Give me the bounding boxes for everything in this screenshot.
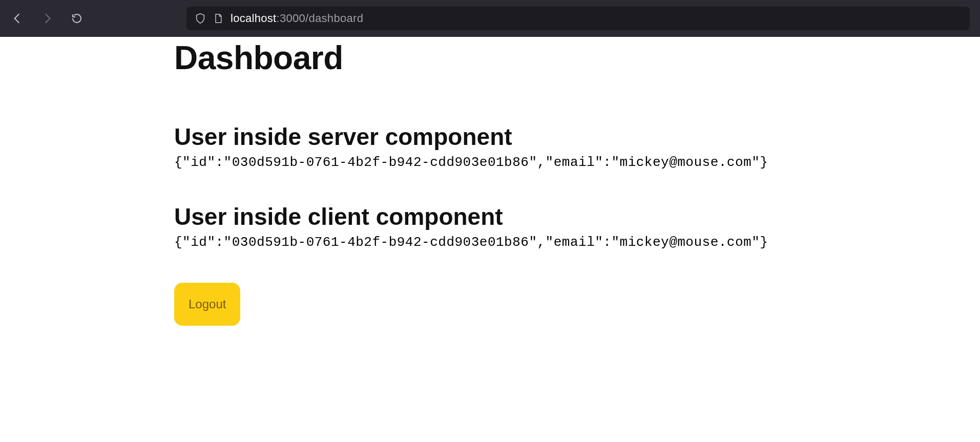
address-bar[interactable]: localhost:3000/dashboard xyxy=(186,7,970,30)
back-button[interactable] xyxy=(10,11,25,26)
server-component-heading: User inside server component xyxy=(174,123,806,151)
client-component-heading: User inside client component xyxy=(174,203,806,230)
page-icon xyxy=(213,13,223,24)
page-content: Dashboard User inside server component {… xyxy=(0,39,980,326)
nav-button-group xyxy=(10,11,84,26)
browser-toolbar: localhost:3000/dashboard xyxy=(0,0,980,37)
reload-button[interactable] xyxy=(70,11,84,26)
shield-icon xyxy=(195,13,206,24)
url-text: localhost:3000/dashboard xyxy=(231,12,363,25)
url-host: localhost xyxy=(231,12,277,25)
client-component-json: {"id":"030d591b-0761-4b2f-b942-cdd903e01… xyxy=(174,235,806,250)
page-title: Dashboard xyxy=(174,39,806,77)
url-path: :3000/dashboard xyxy=(277,12,364,25)
server-component-json: {"id":"030d591b-0761-4b2f-b942-cdd903e01… xyxy=(174,155,806,170)
logout-button[interactable]: Logout xyxy=(174,283,240,326)
forward-button[interactable] xyxy=(40,11,54,26)
